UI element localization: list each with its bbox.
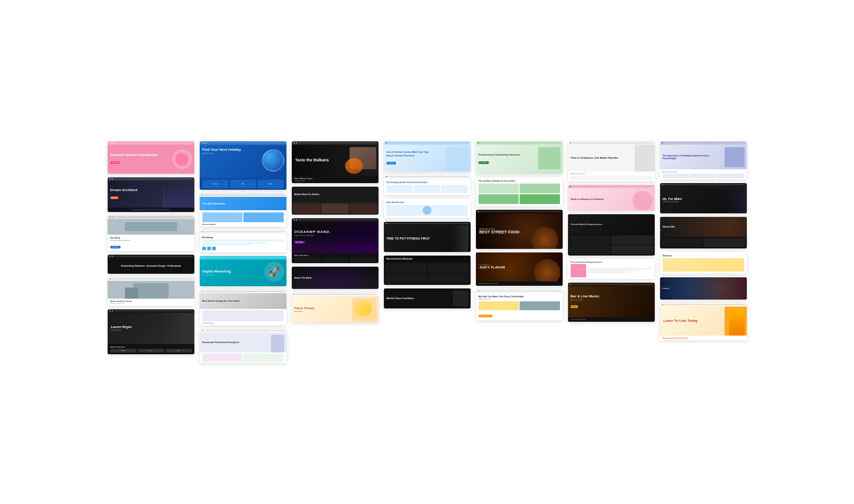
fashion-dark-card[interactable]: Personal Styling & Shopping Session <box>568 214 655 256</box>
hotel-card[interactable]: Modern Building & Hotels Discover our pr… <box>108 277 194 306</box>
concert-card[interactable]: Concert <box>660 277 747 300</box>
headphones-btn[interactable]: Shop Now <box>110 161 120 164</box>
column-4: Get A Perfect Smile With Our Top-Notch D… <box>384 141 471 308</box>
services-title: Services <box>663 254 744 257</box>
re-btn[interactable]: Learn More <box>110 246 121 248</box>
street-food-card[interactable]: Welcome to the BEST STREET FOOD <box>476 210 563 249</box>
concert-title: Concert <box>663 287 669 289</box>
arch-title: Dream Architect <box>110 188 138 192</box>
column-2: Find Your Next Holiday Explore the world… <box>200 141 286 363</box>
fashion-blog-card[interactable]: Personal Styling & Shopping Session <box>568 259 655 279</box>
amazing-smile-card[interactable]: An Amazing Smile. Perfect Dental Care <box>384 175 471 195</box>
services-card[interactable]: Services <box>660 252 747 274</box>
agency-title: Outstanding Solutions · Innovative Desig… <box>121 264 181 267</box>
bar-card[interactable]: Bar & Live Music. Welcome To Our Bar Abo… <box>568 283 655 322</box>
dream-architect-card[interactable]: Dream Architect Explore Outstanding Solu… <box>108 177 194 212</box>
workouts-card[interactable]: New Exclusive Workouts <box>384 256 471 285</box>
hotel-title: Modern Building & Hotels <box>110 300 192 302</box>
gardening-card[interactable]: Professional Gardening Services Learn Mo… <box>476 141 563 174</box>
template-gallery: Noiseless Wireless Headphones Shop Now <box>0 132 854 372</box>
balkan-dishes-card[interactable]: Balkan Must-Try Dishes <box>292 187 379 215</box>
facilities-card[interactable]: World Class Facilities <box>384 288 471 308</box>
interior-title: Best Interior Design For Your Home <box>202 300 240 302</box>
fashion-title: Style is Always in Fashion <box>571 198 620 201</box>
travel-title: Find Your Next Holiday <box>202 148 284 152</box>
streetfood-title: BEST STREET FOOD <box>479 230 520 234</box>
headphones-title: Noiseless Wireless Headphones <box>110 153 158 157</box>
juicy-title: JUICY FLAVOR <box>479 266 505 269</box>
bar-title: Bar & Live Music. <box>571 294 600 299</box>
band-subtitle: Original & Cover Rock Songs <box>294 235 331 236</box>
fashion-blog-title: Personal Styling & Shopping Session <box>571 261 652 263</box>
flour-title: Flour Power <box>294 306 315 310</box>
re-title: Our Story <box>110 236 192 239</box>
column-7: The Importance of Seeking Guidance from … <box>660 141 747 340</box>
beaches-card[interactable]: The Best Beaches Discover Nature <box>200 193 286 227</box>
marketing-title: Digital Marketing <box>202 269 231 274</box>
band-about-card[interactable]: About The Band <box>292 267 379 289</box>
discover-nature: Discover Nature <box>202 223 284 225</box>
juicy-flavor-card[interactable]: Your Daily Dose of JUICY FLAVOR Tasting … <box>476 252 563 286</box>
column-3: Taste the Balkans About Balkan Cuisine T… <box>292 141 379 323</box>
fashion-dark-title: Personal Styling & Shopping Session <box>571 223 602 225</box>
about-me-card[interactable]: About Me <box>660 217 747 248</box>
psychologist-card[interactable]: The Importance of Seeking Guidance from … <box>660 141 747 180</box>
lauren-skills: Skills & Expertise <box>110 346 192 348</box>
garden-btn[interactable]: Learn More <box>479 161 489 164</box>
booking-title: Booking <box>202 236 284 239</box>
arch-sub: Outstanding Solutions - Innovative Desig… <box>110 209 192 211</box>
garden-eden-card[interactable]: The Garden Of Eden At Your Home <box>476 177 563 206</box>
lauren-regan-card[interactable]: Lauren Regan Portfolio Designer Skills &… <box>108 309 194 354</box>
band-btn[interactable]: Get Tickets <box>294 241 305 244</box>
fashion-card[interactable]: Style is Always in Fashion <box>568 185 655 211</box>
coach-title: Learn To Live Today <box>664 319 713 323</box>
kids-dental-card[interactable]: Kids Dental Care <box>384 199 471 218</box>
balkan-cuisine: About Balkan Cuisine <box>294 177 376 180</box>
flour-power-card[interactable]: Flour Power Artisan Bakery <box>292 292 379 323</box>
about-band: About The Band <box>294 254 376 256</box>
oceanwp-card[interactable]: OCEANWP BAND. Original & Cover Rock Song… <box>292 218 379 263</box>
coach-subtitle: Motivational Speaker & Coach <box>663 337 744 339</box>
kids-title: Kids Dental Care <box>387 201 468 204</box>
dark-agency-card[interactable]: Outstanding Solutions · Innovative Desig… <box>108 255 194 274</box>
booking-card[interactable]: Booking <box>200 230 286 252</box>
about-me-title: About Me <box>663 225 675 228</box>
eden-title: The Garden Of Eden At Your Home <box>479 180 560 182</box>
taste-balkans-card[interactable]: Taste the Balkans About Balkan Cuisine T… <box>292 141 379 183</box>
dishes-title: Balkan Must-Try Dishes <box>294 193 319 196</box>
column-1: Noiseless Wireless Headphones Shop Now <box>108 141 194 354</box>
column-6: Time to Freelance, Get Better Results. M… <box>568 141 655 322</box>
freelance-title: Time to Freelance, Get Better Results. <box>571 156 624 160</box>
marketing-card[interactable]: Digital Marketing Grow Your Business 🚀 <box>200 256 286 286</box>
bar-sub: Welcome To Our Bar <box>571 299 600 301</box>
beaches-title: The Best Beaches <box>202 202 226 205</box>
mike-title: Hi, I'm Mike <box>663 197 682 201</box>
dental-title: Get A Perfect Smile With Our Top-Notch D… <box>387 151 435 157</box>
facilities-title: World Class Facilities <box>387 297 414 300</box>
smile-title: An Amazing Smile. Perfect Dental Care <box>387 181 468 184</box>
coach-card[interactable]: Learn To Live Today Motivational Speaker… <box>660 303 747 340</box>
arch-btn[interactable]: Explore <box>110 196 118 199</box>
garden-title: Professional Gardening Services <box>479 153 528 156</box>
travel-card[interactable]: Find Your Next Holiday Explore the world… <box>200 141 286 190</box>
headphones-card[interactable]: Noiseless Wireless Headphones Shop Now <box>108 141 194 174</box>
designer-title: Passionate Professional Designers <box>202 341 251 344</box>
fitness-card[interactable]: Time To Put Fitness First <box>384 222 471 252</box>
dental-card[interactable]: Get A Perfect Smile With Our Top-Notch D… <box>384 141 471 172</box>
psych-title: The Importance of Seeking Guidance from … <box>663 154 716 160</box>
mike-portfolio-card[interactable]: Hi, I'm Mike Web Developer & Designer <box>660 183 747 213</box>
comfortable-btn[interactable]: Learn More About <box>479 315 493 317</box>
interior-card[interactable]: Best Interior Design For Your Home Compl… <box>200 290 286 325</box>
dental-btn[interactable]: Book Now <box>387 162 396 164</box>
column-5: Professional Gardening Services Learn Mo… <box>476 141 563 321</box>
baker-card[interactable]: Passionate Professional Designers <box>200 329 286 363</box>
comfortable-home-card[interactable]: We Help You Make Your Place Comfortable.… <box>476 289 563 321</box>
band-title: OCEANWP BAND. <box>294 230 331 234</box>
bar-btn[interactable]: About <box>571 305 578 308</box>
lauren-title: Lauren Regan <box>111 325 132 328</box>
real-estate-card[interactable]: Our Story Real estate services and solut… <box>108 216 194 251</box>
freelance-card[interactable]: Time to Freelance, Get Better Results. M… <box>568 141 655 181</box>
band-about-label: About The Band <box>294 276 312 279</box>
balkans-title: Taste the Balkans <box>295 158 329 163</box>
comfortable-title: We Help You Make Your Place Comfortable. <box>479 295 560 298</box>
